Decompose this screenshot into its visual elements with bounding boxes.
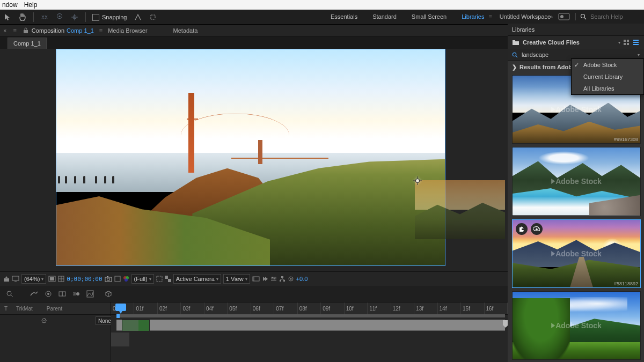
- download-button[interactable]: [531, 223, 543, 235]
- pixel-aspect-icon[interactable]: [252, 276, 260, 282]
- tl-shy-icon[interactable]: [30, 290, 39, 298]
- menu-current-library[interactable]: Current Library: [572, 71, 643, 83]
- camera-select[interactable]: Active Camera▾: [173, 274, 221, 284]
- timeline-icon[interactable]: [270, 276, 277, 282]
- workspace-untitled[interactable]: Untitled Workspace: [492, 10, 558, 24]
- workspace-libraries[interactable]: Libraries: [454, 10, 492, 24]
- snapping-toggle[interactable]: Snapping: [89, 14, 130, 21]
- work-area-start[interactable]: [116, 314, 120, 318]
- sync-settings-icon[interactable]: [558, 13, 570, 20]
- close-panel-icon[interactable]: ×: [3, 27, 6, 34]
- lock-icon[interactable]: [23, 27, 28, 34]
- col-parent: Parent: [47, 306, 62, 312]
- resolution-select[interactable]: (Full)▾: [131, 274, 154, 284]
- search-scope-menu[interactable]: ✓ Adobe Stock Current Library All Librar…: [571, 58, 644, 95]
- playhead[interactable]: [115, 304, 126, 311]
- camera-tool-icon[interactable]: ⦿: [53, 12, 66, 23]
- workspace-overflow-icon[interactable]: »: [550, 13, 553, 20]
- svg-line-74: [516, 56, 517, 57]
- tl-fx-icon[interactable]: [44, 290, 53, 298]
- always-preview-icon[interactable]: [3, 276, 10, 282]
- tab-media-browser[interactable]: Media Browser: [108, 27, 147, 34]
- svg-rect-15: [4, 278, 9, 282]
- rotation-tool-icon[interactable]: [38, 12, 51, 23]
- svg-rect-43: [281, 276, 283, 278]
- workspace-small-screen[interactable]: Small Screen: [404, 10, 454, 24]
- tl-search-icon[interactable]: [5, 290, 14, 298]
- show-snapshot-icon[interactable]: [114, 276, 121, 282]
- transparency-grid-icon[interactable]: [165, 276, 171, 282]
- svg-rect-20: [50, 277, 54, 280]
- svg-point-25: [107, 278, 109, 281]
- os-menu-window[interactable]: ndow: [2, 1, 18, 9]
- layer-bar[interactable]: [122, 320, 150, 331]
- snapping-label: Snapping: [102, 14, 127, 20]
- work-area-bar[interactable]: [116, 314, 505, 317]
- hand-tool-icon[interactable]: [16, 12, 29, 23]
- svg-rect-4: [151, 15, 155, 19]
- workspace-standard[interactable]: Standard: [365, 10, 404, 24]
- license-button[interactable]: [516, 223, 528, 235]
- svg-line-47: [280, 279, 282, 280]
- monitor-icon[interactable]: [12, 276, 19, 282]
- parent-pickwhip-icon[interactable]: [41, 317, 47, 324]
- tl-graph-icon[interactable]: [86, 290, 94, 298]
- ruler-tick: 08f: [298, 302, 321, 314]
- tl-motion-blur-icon[interactable]: [72, 290, 80, 298]
- tl-frame-blend-icon[interactable]: [58, 290, 67, 298]
- stock-item-3[interactable]: Adobe Stock #58118892: [512, 219, 641, 288]
- svg-rect-69: [627, 43, 629, 45]
- current-time[interactable]: 0;00;00;00: [67, 276, 102, 283]
- list-view-icon[interactable]: [632, 39, 640, 46]
- library-source-dropdown-icon[interactable]: ▾: [618, 40, 620, 45]
- anchor-point-icon[interactable]: [413, 176, 422, 186]
- panel-menu-icon[interactable]: ≡: [13, 27, 16, 34]
- tab-comp[interactable]: Comp 1_1: [8, 38, 47, 49]
- exposure-value[interactable]: +0.0: [296, 276, 308, 282]
- svg-point-73: [513, 53, 516, 56]
- ruler-tick: 03f: [181, 302, 204, 314]
- selection-tool-icon[interactable]: [1, 12, 14, 23]
- col-t: T: [4, 306, 12, 312]
- anchor-tool-icon[interactable]: [68, 12, 81, 23]
- search-input[interactable]: [589, 13, 640, 20]
- menu-adobe-stock[interactable]: ✓ Adobe Stock: [572, 59, 643, 71]
- stock-item-2[interactable]: Adobe Stock: [512, 147, 641, 216]
- lib-search-scope-icon[interactable]: ▾: [638, 53, 640, 57]
- panel-tab-libraries[interactable]: Libraries: [512, 26, 535, 33]
- snap-option-a-icon[interactable]: [131, 12, 144, 23]
- svg-point-63: [43, 320, 45, 321]
- snapping-checkbox[interactable]: [92, 14, 99, 21]
- magnification-select[interactable]: (64%)▾: [21, 274, 46, 284]
- roi-icon[interactable]: [156, 276, 163, 282]
- composition-canvas[interactable]: [56, 49, 445, 266]
- svg-rect-26: [107, 276, 108, 277]
- channel-icon[interactable]: [123, 276, 129, 282]
- lib-search-icon: [512, 52, 518, 58]
- workspace-essentials[interactable]: Essentials: [323, 10, 365, 24]
- library-source[interactable]: Creative Cloud Files: [523, 39, 580, 46]
- comp-menu-icon[interactable]: ≡: [99, 27, 103, 34]
- flowchart-icon[interactable]: [279, 276, 286, 282]
- results-expand-icon[interactable]: ❯: [512, 64, 517, 71]
- os-menu-help[interactable]: Help: [24, 1, 38, 9]
- tab-metadata[interactable]: Metadata: [173, 27, 198, 34]
- fast-preview-icon[interactable]: [262, 276, 268, 282]
- resolution-icon[interactable]: [48, 276, 56, 282]
- timeline-ruler[interactable]: 00f 01f 02f 03f 04f 05f 06f 07f 08f 09f …: [111, 302, 508, 315]
- svg-line-52: [11, 295, 13, 297]
- grid-icon[interactable]: [58, 276, 64, 282]
- snapshot-icon[interactable]: [105, 276, 112, 282]
- grid-view-icon[interactable]: [623, 39, 630, 46]
- reset-exposure-icon[interactable]: [288, 276, 294, 282]
- menu-all-libraries[interactable]: All Libraries: [572, 83, 643, 94]
- view-count-select[interactable]: 1 View▾: [223, 274, 250, 284]
- snap-option-b-icon[interactable]: [147, 12, 159, 23]
- composition-name[interactable]: Comp 1_1: [67, 27, 94, 34]
- svg-rect-27: [115, 276, 120, 282]
- tl-draft-3d-icon[interactable]: [104, 290, 113, 298]
- lib-search-input[interactable]: [521, 51, 635, 58]
- ruler-tick: 05f: [228, 302, 251, 314]
- stock-item-4[interactable]: Adobe Stock: [512, 291, 641, 360]
- ruler-tick: 02f: [158, 302, 181, 314]
